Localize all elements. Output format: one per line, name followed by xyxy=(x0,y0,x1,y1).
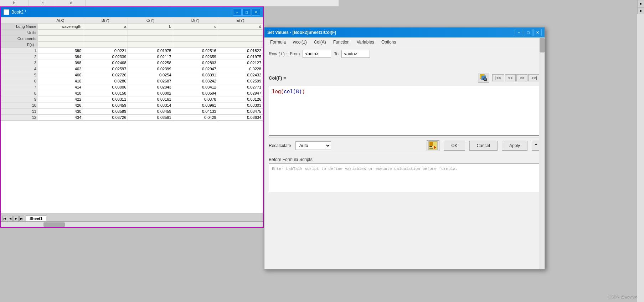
cell[interactable]: 0.03634 xyxy=(218,115,263,121)
menu-formula[interactable]: Formula xyxy=(267,39,289,45)
cell[interactable]: 434 xyxy=(38,115,83,121)
cell[interactable]: 0.03314 xyxy=(128,102,173,109)
cell[interactable]: 0.02843 xyxy=(128,84,173,90)
nav-first-button[interactable]: |<< xyxy=(492,74,504,81)
dialog-close-button[interactable]: ✕ xyxy=(533,29,542,36)
cell[interactable]: 0.03303 xyxy=(218,102,263,109)
h-scrollbar[interactable] xyxy=(1,221,263,227)
cell[interactable]: 0.03459 xyxy=(128,109,173,115)
cell[interactable]: 0.02597 xyxy=(83,66,128,72)
units-d[interactable] xyxy=(173,30,218,36)
comments-b[interactable] xyxy=(83,36,128,42)
cell[interactable]: 0.01975 xyxy=(128,48,173,54)
cell[interactable]: 0.02659 xyxy=(173,54,218,60)
cell[interactable]: 410 xyxy=(38,78,83,84)
ok-button[interactable]: OK xyxy=(444,141,465,151)
nav-last-button[interactable]: >>| xyxy=(528,74,540,81)
col-header-d[interactable]: D(Y) xyxy=(173,17,218,24)
fx-b[interactable] xyxy=(83,42,128,48)
right-panel-btn-1[interactable]: ■ xyxy=(637,0,644,7)
minimize-button[interactable]: − xyxy=(233,9,242,16)
cell[interactable]: 0.03242 xyxy=(173,78,218,84)
cell[interactable]: 0.02258 xyxy=(128,60,173,66)
cell[interactable]: 0.03459 xyxy=(83,102,128,109)
cell[interactable]: 0.0221 xyxy=(83,48,128,54)
menu-options[interactable]: Options xyxy=(378,39,399,45)
scripts-editor[interactable]: Enter LabTalk script to define variables… xyxy=(269,163,540,192)
cell[interactable]: 430 xyxy=(38,109,83,115)
cell[interactable]: 0.03726 xyxy=(83,115,128,121)
run-formula-button[interactable] xyxy=(427,140,439,151)
cell[interactable]: 0.04133 xyxy=(173,109,218,115)
recalc-select[interactable]: Auto Manual None xyxy=(295,141,331,150)
to-input[interactable] xyxy=(341,50,370,58)
cell[interactable]: 0.02468 xyxy=(83,60,128,66)
h-scrollbar-thumb[interactable] xyxy=(43,222,65,227)
cell[interactable]: 0.02599 xyxy=(218,78,263,84)
cell[interactable]: 0.01975 xyxy=(218,54,263,60)
units-e[interactable] xyxy=(218,30,263,36)
cell[interactable]: 0.03594 xyxy=(173,90,218,96)
close-button[interactable]: ✕ xyxy=(252,9,260,16)
fx-a[interactable] xyxy=(38,42,83,48)
dialog-minimize-button[interactable]: − xyxy=(515,29,523,36)
cell[interactable]: 0.03161 xyxy=(128,96,173,102)
long-name-c[interactable]: b xyxy=(128,24,173,30)
fx-d[interactable] xyxy=(173,42,218,48)
cancel-button[interactable]: Cancel xyxy=(469,141,498,151)
cell[interactable]: 0.0254 xyxy=(128,72,173,78)
cell[interactable]: 0.03599 xyxy=(83,109,128,115)
cell[interactable]: 0.02771 xyxy=(218,84,263,90)
cell[interactable]: 0.02803 xyxy=(173,60,218,66)
fx-c[interactable] xyxy=(128,42,173,48)
units-c[interactable] xyxy=(128,30,173,36)
cell[interactable]: 426 xyxy=(38,102,83,109)
dialog-right-scrollbar[interactable] xyxy=(539,37,545,269)
cell[interactable]: 0.02947 xyxy=(218,90,263,96)
units-b[interactable] xyxy=(83,30,128,36)
units-a[interactable] xyxy=(38,30,83,36)
menu-function[interactable]: Function xyxy=(330,39,352,45)
menu-variables[interactable]: Variables xyxy=(354,39,377,45)
cell[interactable]: 390 xyxy=(38,48,83,54)
maximize-button[interactable]: □ xyxy=(242,9,251,16)
cell[interactable]: 0.01822 xyxy=(218,48,263,54)
nav-prev-button[interactable]: << xyxy=(505,74,516,81)
cell[interactable]: 0.0228 xyxy=(218,66,263,72)
sheet-tab-sheet1[interactable]: Sheet1 xyxy=(26,215,46,221)
comments-a[interactable] xyxy=(38,36,83,42)
cell[interactable]: 406 xyxy=(38,72,83,78)
long-name-d[interactable]: c xyxy=(173,24,218,30)
long-name-e[interactable]: d xyxy=(218,24,263,30)
cell[interactable]: 0.02726 xyxy=(83,72,128,78)
comments-e[interactable] xyxy=(218,36,263,42)
cell[interactable]: 0.03002 xyxy=(128,90,173,96)
fx-e[interactable] xyxy=(218,42,263,48)
cell[interactable]: 0.0429 xyxy=(173,115,218,121)
cell[interactable]: 0.03126 xyxy=(218,96,263,102)
formula-editor[interactable]: log(col(B)) xyxy=(269,86,540,136)
col-header-c[interactable]: C(Y) xyxy=(128,17,173,24)
long-name-b[interactable]: a xyxy=(83,24,128,30)
cell[interactable]: 0.02687 xyxy=(128,78,173,84)
col-header-e[interactable]: E(Y) xyxy=(218,17,263,24)
dialog-maximize-button[interactable]: □ xyxy=(524,29,532,36)
cell[interactable]: 0.0378 xyxy=(173,96,218,102)
tab-nav-prev[interactable]: ◀ xyxy=(8,216,13,221)
cell[interactable]: 414 xyxy=(38,84,83,90)
cell[interactable]: 0.03091 xyxy=(173,72,218,78)
cell[interactable]: 0.02117 xyxy=(128,54,173,60)
tab-nav-first[interactable]: |◀ xyxy=(2,216,7,221)
cell[interactable]: 0.03412 xyxy=(173,84,218,90)
cell[interactable]: 0.02339 xyxy=(83,54,128,60)
cell[interactable]: 422 xyxy=(38,96,83,102)
cell[interactable]: 0.02399 xyxy=(128,66,173,72)
cell[interactable]: 418 xyxy=(38,90,83,96)
cell[interactable]: 0.02127 xyxy=(218,60,263,66)
from-input[interactable] xyxy=(303,50,331,58)
menu-wcol[interactable]: wcol(1) xyxy=(290,39,310,45)
cell[interactable]: 0.0286 xyxy=(83,78,128,84)
cell[interactable]: 0.03591 xyxy=(128,115,173,121)
col-header-a[interactable]: A(X) xyxy=(38,17,83,24)
search-formula-button[interactable] xyxy=(478,73,489,83)
